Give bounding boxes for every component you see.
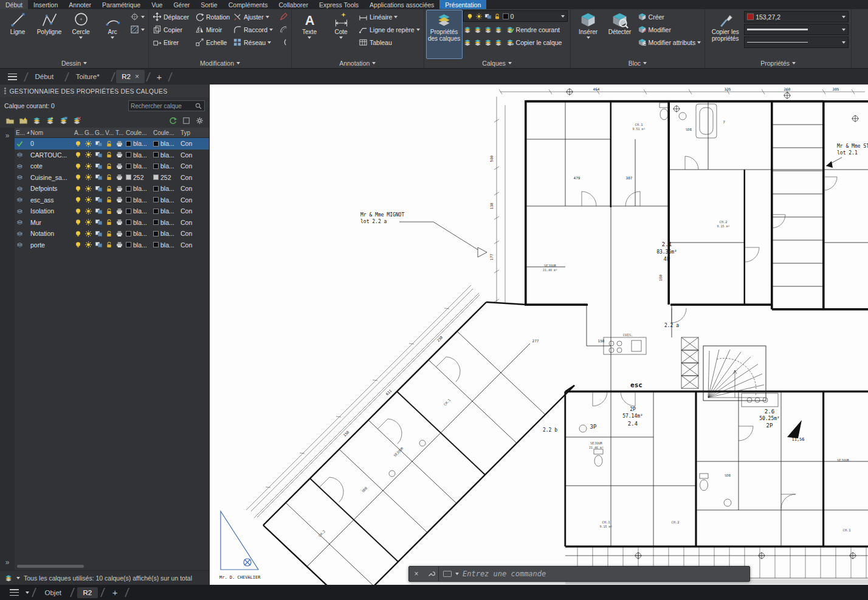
drawing-tab[interactable]: R2× (116, 70, 145, 83)
layer-on-toggle[interactable] (73, 185, 83, 193)
layer-plot-toggle[interactable] (114, 151, 125, 159)
layer-row[interactable]: Mur bla... bla... Con (15, 217, 209, 229)
new-drawing-tab-button[interactable]: + (151, 72, 167, 82)
layer-color-cell[interactable]: bla... (125, 196, 152, 204)
polyline-button[interactable]: Polyligne (34, 10, 64, 58)
dimension-button[interactable]: Cote (326, 10, 356, 58)
ribbon-tab[interactable]: Début (0, 0, 28, 9)
layer-plot-toggle[interactable] (114, 218, 125, 226)
layer-linetype-cell[interactable]: Con (179, 207, 199, 215)
command-input[interactable] (463, 570, 745, 578)
layer-plot-toggle[interactable] (114, 185, 125, 193)
panel-label-modification[interactable]: Modification (149, 58, 291, 68)
column-header[interactable]: E... (15, 129, 29, 136)
column-header[interactable]: G... (94, 129, 104, 136)
layer-vp-freeze-toggle[interactable] (94, 241, 104, 249)
create-block-button[interactable]: Créer (636, 10, 703, 23)
layout-tab-r2[interactable]: R2 (77, 587, 98, 598)
layer-linetype-cell[interactable]: Con (179, 241, 199, 249)
fillet-button[interactable]: Raccord (232, 23, 278, 36)
layer-lock-toggle[interactable] (104, 185, 114, 193)
lineweight-dropdown[interactable] (744, 24, 849, 35)
layer-vp-freeze-toggle[interactable] (94, 207, 104, 215)
ribbon-tab[interactable]: Vue (146, 0, 168, 9)
layer-row[interactable]: Isolation bla... bla... Con (15, 205, 209, 217)
panel-label-annotation[interactable]: Annotation (292, 58, 424, 68)
layer-vp-freeze-toggle[interactable] (94, 151, 104, 159)
layer-freeze-toggle[interactable] (83, 173, 94, 181)
layer-on-toggle[interactable] (73, 230, 83, 238)
layer-freeze-toggle[interactable] (83, 241, 94, 249)
stretch-button[interactable]: Etirer (151, 36, 194, 49)
layer-vp-color-cell[interactable]: bla... (152, 207, 179, 215)
layer-row[interactable]: CARTOUC... bla... bla... Con (15, 150, 209, 161)
arc-button[interactable]: Arc (97, 10, 128, 58)
scale-button[interactable]: Echelle (194, 36, 232, 49)
column-header[interactable]: T... (114, 129, 125, 136)
panel-label-bloc[interactable]: Bloc (571, 58, 705, 68)
ribbon-tab[interactable]: Express Tools (314, 0, 364, 9)
layer-lock-toggle[interactable] (104, 162, 114, 170)
layer-vp-freeze-toggle[interactable] (94, 173, 104, 181)
column-header[interactable]: V... (104, 129, 114, 136)
layer-color-cell[interactable]: bla... (125, 185, 152, 192)
trim-button[interactable]: Ajuster (232, 10, 278, 23)
layer-on-toggle[interactable] (73, 241, 83, 249)
expand-top-button[interactable]: » (5, 131, 10, 140)
layer-vp-freeze-toggle[interactable] (94, 185, 104, 193)
circle-button[interactable]: Cercle (66, 10, 96, 58)
ribbon-tab[interactable]: Applications associées (364, 0, 439, 9)
array-button[interactable]: Réseau (232, 36, 278, 49)
layer-vp-color-cell[interactable]: bla... (152, 151, 179, 159)
ribbon-tab[interactable]: Insertion (28, 0, 63, 9)
panel-label-dessin[interactable]: Dessin (0, 58, 148, 68)
layer-tool-icon[interactable] (484, 38, 492, 47)
edit-block-button[interactable]: Modifier (636, 23, 703, 36)
layer-linetype-cell[interactable]: Con (179, 162, 199, 170)
column-header[interactable]: Typ (179, 129, 199, 136)
leader-button[interactable]: Ligne de repère (357, 23, 421, 36)
layer-plot-toggle[interactable] (114, 196, 125, 204)
copy-button[interactable]: Copier (151, 23, 194, 36)
drawing-tab[interactable]: Début (30, 71, 64, 83)
layer-color-cell[interactable]: bla... (125, 207, 152, 215)
layer-linetype-cell[interactable]: Con (179, 140, 199, 147)
insert-block-button[interactable]: Insérer (573, 10, 604, 58)
erase-button[interactable] (278, 10, 289, 23)
layer-on-toggle[interactable] (73, 196, 83, 204)
layer-states-button[interactable] (31, 115, 42, 126)
ribbon-tab[interactable]: Présentation (439, 0, 486, 9)
layer-panel-title-bar[interactable]: GESTIONNAIRE DES PROPRIÉTÉS DES CALQUES (0, 84, 209, 97)
layer-vp-color-cell[interactable]: bla... (152, 219, 179, 226)
isolate-button[interactable] (181, 115, 191, 126)
layer-lock-toggle[interactable] (104, 230, 114, 238)
layer-tool-icon[interactable] (463, 38, 472, 47)
ribbon-tab[interactable]: Gérer (168, 0, 195, 9)
layer-vp-freeze-toggle[interactable] (94, 140, 104, 148)
offset-button[interactable] (278, 23, 289, 36)
new-layer-vp-button[interactable] (58, 115, 69, 126)
ribbon-tab[interactable]: Collaborer (273, 0, 313, 9)
layer-on-toggle[interactable] (73, 207, 83, 215)
layer-vp-freeze-toggle[interactable] (94, 230, 104, 238)
layer-vp-color-cell[interactable]: bla... (152, 230, 179, 237)
layer-freeze-toggle[interactable] (83, 196, 94, 204)
column-header[interactable]: G... (83, 129, 94, 136)
layer-color-cell[interactable]: bla... (125, 219, 152, 226)
layer-freeze-toggle[interactable] (83, 207, 94, 215)
layer-lock-toggle[interactable] (104, 151, 114, 159)
column-header[interactable]: Coule... (152, 129, 179, 136)
layer-search-input[interactable] (131, 103, 195, 109)
layer-tool-icon[interactable] (484, 26, 492, 34)
layers-icon[interactable] (4, 574, 13, 582)
layer-freeze-toggle[interactable] (83, 185, 94, 193)
expand-bottom-button[interactable]: » (5, 558, 10, 567)
layer-row[interactable]: Defpoints bla... bla... Con (15, 183, 209, 195)
new-layout-button[interactable]: + (108, 587, 123, 598)
layer-properties-button[interactable]: Propriétés des calques (427, 10, 462, 58)
layer-row[interactable]: Notation bla... bla... Con (15, 228, 209, 240)
layer-linetype-cell[interactable]: Con (179, 185, 199, 192)
layer-linetype-cell[interactable]: Con (179, 174, 199, 181)
color-dropdown[interactable]: 153,27,2 (744, 11, 849, 22)
layer-row[interactable]: Cuisine_sa... 252 252 Con (15, 172, 209, 184)
